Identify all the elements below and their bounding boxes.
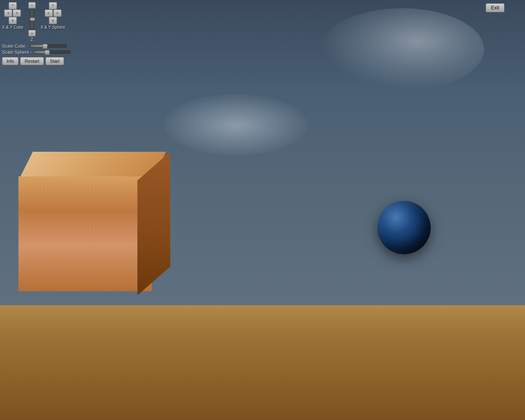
scale-cube-track[interactable] <box>30 44 67 48</box>
cloud-1 <box>320 8 484 90</box>
xy-cube-btn-row: ^ <box>9 2 17 9</box>
xy-sphere-up-button[interactable]: ^ <box>49 2 57 9</box>
xy-sphere-left-button[interactable]: < <box>45 9 53 17</box>
blue-sphere <box>377 201 431 254</box>
z-down-button[interactable]: v <box>28 30 36 37</box>
z-track <box>30 9 34 30</box>
scale-sphere-label: Scale Sphere - <box>2 50 32 55</box>
cloud-2 <box>164 94 308 156</box>
z-up-button[interactable]: ^ <box>28 2 36 9</box>
xy-cube-lr-row: < > <box>4 9 21 17</box>
ground-floor <box>0 305 525 420</box>
z-control: ^ v Z <box>28 2 36 42</box>
scale-sphere-row: Scale Sphere - <box>2 50 84 55</box>
xy-sphere-down-button[interactable]: v <box>49 17 57 24</box>
xy-cube-right-button[interactable]: > <box>13 9 21 17</box>
scale-cube-thumb[interactable] <box>43 44 48 49</box>
scale-sphere-track[interactable] <box>34 50 71 54</box>
scale-sphere-thumb[interactable] <box>45 50 50 55</box>
xy-cube-label: X & Y Cube <box>2 25 23 30</box>
scale-cube-row: Scale Cube - <box>2 43 84 48</box>
cube-face-front <box>18 176 152 291</box>
wooden-cube <box>4 152 156 275</box>
xy-cube-up-button[interactable]: ^ <box>9 2 17 9</box>
start-button[interactable]: Start <box>46 57 64 65</box>
xy-sphere-control: ^ < > v X & Y Sphere <box>41 2 65 30</box>
xy-sphere-up-row: ^ <box>49 2 57 9</box>
action-buttons-row: Info Restart Start <box>2 57 84 65</box>
xy-cube-down-button[interactable]: v <box>9 17 17 24</box>
restart-button[interactable]: Restart <box>20 57 43 65</box>
xy-cube-down-row: v <box>9 17 17 24</box>
z-thumb <box>30 18 35 21</box>
ui-overlay: ^ < > v X & Y Cube ^ v Z ^ <box>0 0 86 67</box>
xy-sphere-down-row: v <box>49 17 57 24</box>
exit-button[interactable]: Exit <box>486 3 504 12</box>
xy-sphere-right-button[interactable]: > <box>53 9 62 17</box>
xy-sphere-label: X & Y Sphere <box>41 25 65 30</box>
info-button[interactable]: Info <box>2 57 18 65</box>
xy-cube-control: ^ < > v X & Y Cube <box>2 2 23 30</box>
rotation-controls-row: ^ < > v X & Y Cube ^ v Z ^ <box>2 2 84 42</box>
xy-sphere-lr-row: < > <box>45 9 62 17</box>
scale-cube-label: Scale Cube - <box>2 43 28 48</box>
z-label: Z <box>31 37 33 42</box>
xy-cube-left-button[interactable]: < <box>4 9 12 17</box>
